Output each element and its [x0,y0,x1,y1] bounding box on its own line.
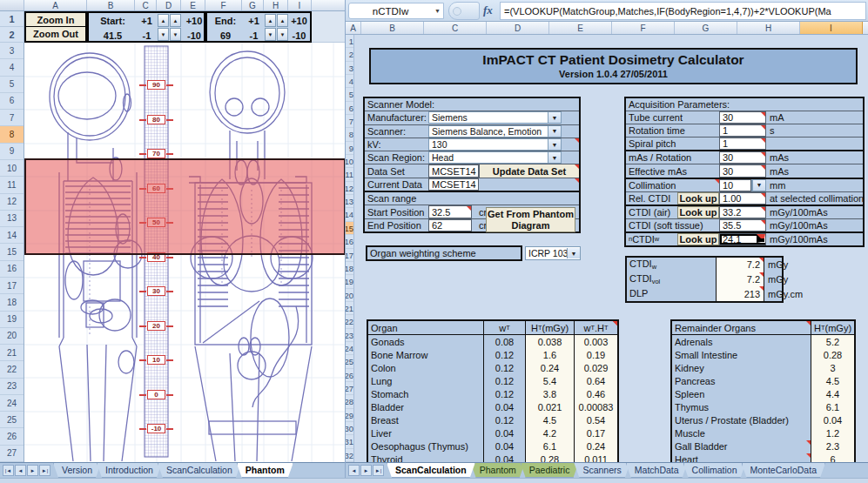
insert-function-icon[interactable]: fx [483,3,493,17]
start-minus10-label: -10 [183,28,205,43]
end-plus1-spinner-icon[interactable]: ▲ [265,14,276,27]
kv-label: kV: [365,139,428,150]
start-plus1-label: +1 [137,13,157,28]
zoom-out-button[interactable]: Zoom Out [26,27,85,41]
sheet-nav-buttons[interactable]: |◄◄►►| [0,463,53,476]
scanner-select[interactable]: Siemens Balance, Emotion ▼ [428,125,562,138]
end-minus10-label: -10 [288,28,310,43]
name-box-dropdown-icon[interactable]: ▼ [432,8,443,14]
tab-introduction[interactable]: Introduction [97,463,162,478]
organ-row: Thyroid0.040.280.011 [368,453,617,462]
tab-montecarlodata[interactable]: MonteCarloData [742,463,825,478]
get-from-phantom-button[interactable]: Get From Phantom Diagram [486,207,575,232]
scan-range-header: Scan range [365,191,579,205]
collimation-select[interactable]: ▼ [751,179,766,191]
chevron-down-icon[interactable]: ▼ [548,112,561,123]
scan-region-select[interactable]: Head ▼ [428,151,562,164]
end-position-group: End: 69 +1 -1 ▲ ▲ ▼ ▼ +10 -10 [205,11,312,43]
nctdiw-row: nCTDIw Look up 24.1 mGy/100mAs [626,231,863,245]
remainder-row: Pancreas4.5 [672,374,854,387]
end-minus10-spinner-icon[interactable]: ▼ [277,28,288,41]
manufacturer-label: Manufacturer: [365,112,428,123]
rotation-time-value[interactable]: 1 [719,124,766,137]
position-ruler-labels: 9080706050403020100-10 [145,80,168,433]
tab-scancalculation-active[interactable]: ScanCalculation [387,463,475,478]
tab-phantom-active[interactable]: Phantom [237,463,293,478]
tab-scanners[interactable]: Scanners [574,463,629,478]
scan-region-label: Scan Region: [365,152,428,163]
ctdi-air-lookup-button[interactable]: Look up [677,206,719,218]
start-position-value[interactable]: 32.5 [428,205,472,218]
name-box[interactable]: nCTDIw ▼ [348,3,444,19]
end-plus1-label: +1 [244,13,264,28]
phantom-row-headers[interactable]: 3456789101112131415161718192021222324252… [0,43,24,462]
phantom-window: ABCDEFGHI 1 2 Zoom In Zoom Out Start: 41… [0,0,346,483]
ctdi-air-value: 33.2 [719,206,766,218]
zoom-in-button[interactable]: Zoom In [26,13,85,27]
spiral-pitch-value[interactable]: 1 [719,138,766,150]
chevron-down-icon[interactable]: ▼ [567,248,580,258]
ctdi-soft-tissue-row: CTDI (soft tissue) 35.5 mGy/100mAs [626,218,863,231]
remainder-row: Kidney3 [672,361,854,374]
wt-header: wT [484,321,526,334]
start-value[interactable]: 41.5 [89,28,137,43]
start-minus1-label: -1 [137,28,157,43]
empty-cells [312,11,346,43]
collimation-value[interactable]: 10 [719,179,751,191]
tab-phantom[interactable]: Phantom [471,463,525,478]
dlp-row: DLP 213 mGy.cm [627,286,782,301]
remainder-row: Uterus / Prostate (Bladder)0.04 [672,414,854,427]
chevron-down-icon[interactable]: ▼ [548,139,561,150]
formula-bar-splitter [448,2,480,20]
ctdiw-label: CTDIw [627,258,716,271]
start-minus1-spinner-icon[interactable]: ▼ [158,28,169,41]
kv-select[interactable]: 130 ▼ [428,138,562,151]
start-plus10-spinner-icon[interactable]: ▲ [170,14,181,27]
organ-weighting-label: Organ weighting scheme [366,245,522,261]
nctdiw-value-selected-cell[interactable]: 24.1 [719,233,766,245]
manufacturer-row: Manufacturer: Siemens ▼ [365,111,579,124]
select-all-corner[interactable] [0,0,24,10]
scancalc-row-headers[interactable]: 1234567891011121314151617181920212223242… [346,35,354,462]
column-header-row[interactable]: ABCDEFGHI [24,0,346,10]
organ-weighting-select[interactable]: ICRP 103 ▼ [525,246,581,260]
start-plus1-spinner-icon[interactable]: ▲ [158,14,169,27]
tab-version[interactable]: Version [53,463,101,478]
tube-current-value[interactable]: 30 [719,111,766,124]
nctdiw-lookup-button[interactable]: Look up [677,233,719,245]
manufacturer-value: Siemens [429,112,548,123]
rotation-time-row: Rotation time 1 s [626,124,863,137]
effective-mas-value: 30 [719,164,766,177]
end-value[interactable]: 69 [207,28,244,43]
chevron-down-icon[interactable]: ▼ [752,180,765,191]
wtht-header: wT.HT [575,321,617,334]
end-minus1-label: -1 [244,28,264,43]
end-minus1-spinner-icon[interactable]: ▼ [265,28,276,41]
end-plus10-spinner-icon[interactable]: ▲ [277,14,288,27]
organ-row: Bone Marrow0.121.60.19 [368,348,617,361]
data-set-value[interactable]: MCSET14 [428,164,479,177]
mas-rotation-value: 30 [719,151,766,164]
rel-ctdi-lookup-button[interactable]: Look up [677,192,719,205]
sheet-nav-buttons[interactable]: ◄►►| [346,463,387,476]
formula-bar: nCTDIw ▼ fx =(VLOOKUP(MatchGroup,Matches… [346,0,868,22]
update-data-set-button[interactable]: Update Data Set [479,164,579,177]
tab-collimation[interactable]: Collimation [683,463,746,478]
remainder-row: Heart6 [672,453,854,462]
organ-row: Breast0.124.50.54 [368,414,617,427]
tab-paediatric[interactable]: Paediatric [521,463,579,478]
end-position-value[interactable]: 62 [428,219,472,231]
row-header-2[interactable]: 2 [0,27,24,43]
row-header-1[interactable]: 1 [0,11,24,27]
chevron-down-icon[interactable]: ▼ [548,152,561,163]
tab-matchdata[interactable]: MatchData [626,463,688,478]
organ-row: Stomach0.123.80.46 [368,387,617,400]
page-title: ImPACT CT Patient Dosimetry Calculator [371,52,856,68]
manufacturer-select[interactable]: Siemens ▼ [428,111,562,124]
tab-scancalculation[interactable]: ScanCalculation [158,463,241,478]
chevron-down-icon[interactable]: ▼ [548,126,561,137]
formula-input[interactable]: =(VLOOKUP(MatchGroup,Matches,IF(BodyRegi… [500,2,866,20]
start-minus10-spinner-icon[interactable]: ▼ [170,28,181,41]
rel-ctdi-value[interactable]: 1.00 [719,192,766,205]
scancalc-column-headers[interactable]: ABCDEFGHIJKL [346,22,868,35]
